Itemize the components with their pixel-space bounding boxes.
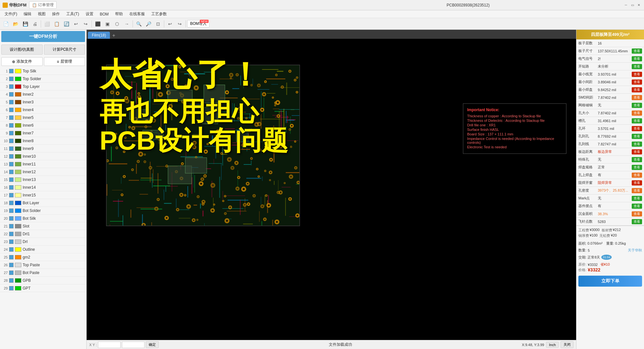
layer-row[interactable]: 7 Inner5 [0, 114, 86, 122]
toolbar-btn9[interactable]: ↪ [81, 19, 90, 28]
rp-row-btn[interactable]: 查看 [632, 111, 642, 116]
rp-row-btn[interactable]: 查看 [632, 126, 642, 131]
bom-button[interactable]: BOM导入 NEW [187, 20, 209, 27]
layer-checkbox[interactable] [9, 92, 14, 97]
layer-row[interactable]: 6 Inner4 [0, 106, 86, 114]
add-file-button[interactable]: ⊕ 添加文件 [1, 57, 43, 66]
film-tab[interactable]: Film(18) [88, 32, 110, 39]
design-view-button[interactable]: 设计图/仿真图 [1, 45, 43, 55]
layer-row[interactable]: 3 Top Layer [0, 83, 86, 90]
toolbar-zoom-out[interactable]: 🔎 [144, 19, 153, 28]
layer-row[interactable]: 21 Slot [0, 222, 86, 230]
layer-row[interactable]: 14 Inner12 [0, 168, 86, 176]
layer-checkbox[interactable] [9, 216, 14, 221]
rp-row-btn[interactable]: 查看 [632, 196, 642, 201]
layer-checkbox[interactable] [9, 69, 14, 73]
layer-checkbox[interactable] [9, 270, 14, 275]
layer-row[interactable]: 19 Bot Solder [0, 207, 86, 215]
layer-row[interactable]: 22 Drl1 [0, 230, 86, 238]
layer-checkbox[interactable] [9, 185, 14, 190]
layer-checkbox[interactable] [9, 162, 14, 166]
layer-row[interactable]: 11 Inner9 [0, 145, 86, 153]
x-coord-input[interactable] [98, 342, 121, 348]
menu-help[interactable]: 帮助 [112, 11, 126, 17]
layer-checkbox[interactable] [9, 286, 14, 291]
layer-row[interactable]: 5 Inner3 [0, 98, 86, 106]
layer-checkbox[interactable] [9, 84, 14, 89]
menu-bom[interactable]: BOM [97, 11, 112, 17]
layer-checkbox[interactable] [9, 146, 14, 151]
rp-row-btn[interactable]: 查看 [632, 103, 642, 108]
y-coord-input[interactable] [122, 342, 145, 348]
layer-row[interactable]: 15 Inner13 [0, 176, 86, 184]
layer-checkbox[interactable] [9, 247, 14, 252]
rp-row-btn[interactable]: 查看 [632, 211, 642, 217]
layer-row[interactable]: 23 Drl [0, 238, 86, 246]
toolbar-open[interactable]: 📂 [11, 19, 20, 28]
menu-file[interactable]: 文件(F) [1, 11, 20, 17]
toolbar-redo[interactable]: ↪ [175, 19, 184, 28]
close-view-button[interactable]: 关闭 [561, 341, 574, 348]
layer-checkbox[interactable] [9, 239, 14, 244]
layer-row[interactable]: 20 Bot Silk [0, 215, 86, 222]
rp-row-btn[interactable]: 查看 [632, 149, 642, 154]
rp-row-btn[interactable]: 查看 [632, 134, 642, 139]
layer-row[interactable]: 18 Bot Layer [0, 199, 86, 207]
layer-checkbox[interactable] [9, 224, 14, 228]
rp-row-btn[interactable]: 查看 [632, 165, 642, 170]
layer-row[interactable]: 12 Inner10 [0, 153, 86, 160]
restore-button[interactable]: ▭ [630, 3, 635, 8]
menu-settings[interactable]: 设置 [82, 11, 97, 17]
layer-checkbox[interactable] [9, 263, 14, 267]
toolbar-print[interactable]: 🖨 [30, 19, 39, 28]
layer-checkbox[interactable] [9, 115, 14, 120]
close-button[interactable]: ✕ [636, 3, 641, 8]
layer-checkbox[interactable] [9, 108, 14, 112]
layer-checkbox[interactable] [9, 100, 14, 104]
layer-checkbox[interactable] [9, 208, 14, 213]
layer-row[interactable]: 10 Inner8 [0, 137, 86, 145]
layer-row[interactable]: 8 Inner6 [0, 122, 86, 129]
menu-process-params[interactable]: 工艺参数 [148, 11, 170, 17]
layer-row[interactable]: 25 gm2 [0, 253, 86, 261]
layer-row[interactable]: 2 Top Solder [0, 75, 86, 83]
rp-row-btn[interactable]: 查看 [632, 180, 642, 185]
about-link[interactable]: 关于华秋 [628, 248, 642, 253]
toolbar-undo[interactable]: ↩ [166, 19, 175, 28]
rp-row-btn[interactable]: 查看 [632, 157, 642, 162]
layer-checkbox[interactable] [9, 123, 14, 128]
dfm-analyze-button[interactable]: 一键DFM分析 [1, 31, 85, 42]
rp-row-btn[interactable]: 查看 [632, 56, 642, 61]
layer-row[interactable]: 26 Top Paste [0, 261, 86, 269]
pcb-canvas[interactable]: 太省心了！ 再也不用担心 PCB设计有问题 Important Notice: … [87, 39, 576, 340]
toolbar-zoom-in[interactable]: 🔍 [134, 19, 143, 28]
rp-row-btn[interactable]: 查看 [632, 72, 642, 77]
layer-row[interactable]: 29 GPT [0, 284, 86, 292]
toolbar-btn5[interactable]: ⬜ [42, 19, 51, 28]
toolbar-btn11[interactable]: ▣ [103, 19, 112, 28]
minimize-button[interactable]: ─ [623, 3, 628, 8]
menu-tools[interactable]: 工具(T) [63, 11, 82, 17]
layer-checkbox[interactable] [9, 170, 14, 174]
layer-checkbox[interactable] [9, 139, 14, 143]
rp-row-btn[interactable]: 查看 [632, 95, 642, 100]
layer-row[interactable]: 27 Bot Paste [0, 269, 86, 277]
order-management-tab[interactable]: 📋 订单管理 [29, 1, 57, 9]
layer-checkbox[interactable] [9, 77, 14, 81]
toolbar-btn13[interactable]: → [122, 19, 131, 28]
rp-row-btn[interactable]: 查看 [632, 64, 642, 69]
layer-row[interactable]: 24 Outline [0, 246, 86, 253]
toolbar-btn6[interactable]: 📋 [52, 19, 61, 28]
rp-row-btn[interactable]: 查看 [632, 79, 642, 85]
toolbar-save[interactable]: 💾 [21, 19, 30, 28]
toolbar-btn7[interactable]: 🔄 [62, 19, 71, 28]
layer-checkbox[interactable] [9, 278, 14, 283]
layer-row[interactable]: 1 Top Silk [0, 67, 86, 75]
toolbar-btn8[interactable]: ↩ [71, 19, 80, 28]
rp-row-btn[interactable]: 查看 [632, 118, 642, 123]
layer-checkbox[interactable] [9, 177, 14, 182]
layer-row[interactable]: 28 GPB [0, 277, 86, 284]
inch-button[interactable]: Inch [546, 342, 559, 348]
layer-checkbox[interactable] [9, 193, 14, 197]
menu-edit[interactable]: 编辑 [20, 11, 35, 17]
